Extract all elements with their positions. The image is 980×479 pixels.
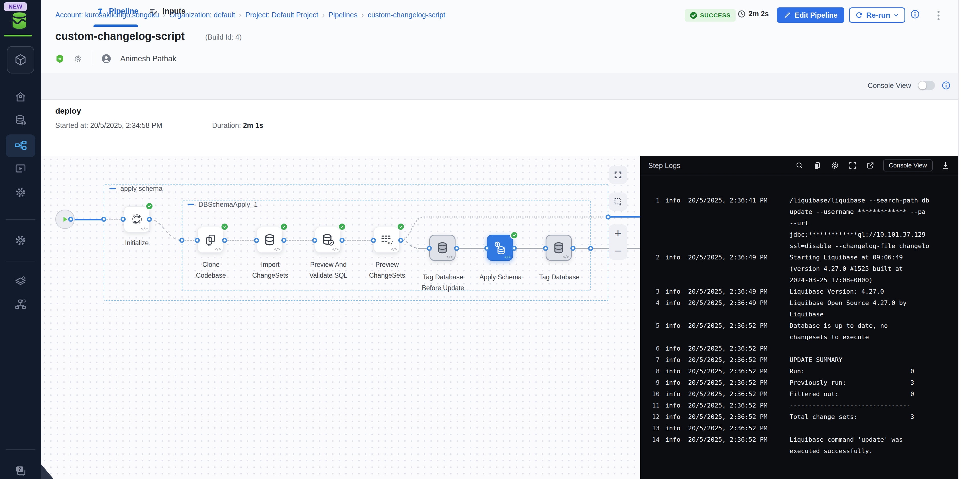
log-line-number: 8 bbox=[649, 366, 660, 377]
gear-icon[interactable] bbox=[73, 54, 83, 63]
breadcrumb-project[interactable]: Project: Default Project bbox=[245, 11, 318, 19]
zoom-out-button[interactable]: − bbox=[609, 242, 627, 260]
log-row: 10 info 20/5/2025, 2:36:52 PM Filtered o… bbox=[640, 389, 958, 400]
sidebar-divider bbox=[6, 261, 35, 262]
code-icon: </> bbox=[446, 255, 453, 259]
chevron-right-icon: › bbox=[239, 11, 242, 19]
page-right-margin bbox=[958, 0, 980, 479]
database-check-icon bbox=[321, 233, 335, 247]
tab-inputs[interactable]: Inputs bbox=[150, 7, 186, 16]
expand-icon[interactable] bbox=[848, 160, 858, 170]
stage-started: Started at: 20/5/2025, 2:34:58 PM bbox=[55, 121, 162, 130]
step-logs-panel: Step Logs Console View 1 info 20/5/2025,… bbox=[640, 156, 958, 479]
node-import-changesets[interactable]: </> bbox=[256, 227, 283, 253]
log-line-number: 11 bbox=[649, 400, 660, 411]
database-filled-icon bbox=[552, 241, 565, 254]
node-tag-database[interactable]: </> bbox=[546, 235, 572, 261]
sidebar: NEW bbox=[0, 0, 41, 479]
edit-pipeline-button[interactable]: Edit Pipeline bbox=[777, 7, 844, 23]
node-clone-codebase[interactable]: </> bbox=[197, 227, 223, 253]
build-id: (Build Id: 4) bbox=[205, 33, 242, 41]
sidebar-item-settings[interactable] bbox=[14, 233, 27, 247]
node-preview-and-validate-sql[interactable]: </> bbox=[315, 227, 341, 253]
success-check-badge bbox=[280, 222, 288, 231]
sidebar-divider bbox=[6, 219, 35, 220]
canvas-select-button[interactable] bbox=[609, 192, 627, 211]
database-logo[interactable] bbox=[9, 10, 30, 31]
edge-bypass bbox=[424, 216, 608, 217]
log-line-number: 7 bbox=[649, 354, 660, 366]
tab-pipeline[interactable]: Pipeline bbox=[96, 7, 138, 16]
sidebar-item-executions[interactable] bbox=[14, 162, 27, 175]
sidebar-item-database[interactable] bbox=[14, 113, 27, 127]
check-circle-icon bbox=[690, 12, 697, 19]
console-view-button[interactable]: Console View bbox=[883, 160, 933, 171]
log-timestamp: 20/5/2025, 2:36:49 PM bbox=[688, 286, 774, 297]
port bbox=[543, 246, 548, 251]
sidebar-item-home[interactable] bbox=[14, 90, 27, 104]
log-level: info bbox=[665, 297, 681, 320]
log-line-number: 4 bbox=[649, 297, 660, 320]
log-row: 6 info 20/5/2025, 2:36:52 PM bbox=[640, 343, 958, 354]
sidebar-item-flow-settings[interactable] bbox=[14, 297, 27, 311]
stage-duration: Duration: 2m 1s bbox=[212, 121, 263, 130]
port bbox=[512, 246, 517, 251]
log-row: 11 info 20/5/2025, 2:36:52 PM ----------… bbox=[640, 400, 958, 411]
stage-summary: deploy Started at: 20/5/2025, 2:34:58 PM… bbox=[41, 100, 958, 156]
node-apply-schema[interactable]: </> bbox=[487, 235, 513, 261]
log-timestamp: 20/5/2025, 2:36:52 PM bbox=[688, 366, 774, 377]
download-icon[interactable] bbox=[941, 160, 950, 170]
fullscreen-icon bbox=[614, 171, 622, 179]
log-line-number: 14 bbox=[649, 434, 660, 457]
rerun-button[interactable]: Re-run bbox=[849, 7, 905, 23]
log-row: 1 info 20/5/2025, 2:36:41 PM /liquibase/… bbox=[640, 195, 958, 252]
log-timestamp: 20/5/2025, 2:36:52 PM bbox=[688, 320, 774, 343]
node-initialize[interactable]: </> bbox=[124, 206, 150, 232]
edge bbox=[224, 240, 256, 241]
sidebar-item-layers-settings[interactable] bbox=[14, 274, 27, 288]
log-line-number: 1 bbox=[649, 195, 660, 252]
log-message: Liquibase Open Source 4.27.0 byLiquibase bbox=[789, 297, 937, 320]
stage-name: deploy bbox=[55, 106, 81, 116]
svg-text:∞: ∞ bbox=[59, 56, 61, 61]
clock-icon bbox=[738, 10, 746, 18]
breadcrumb-current[interactable]: custom-changelog-script bbox=[368, 11, 445, 19]
log-output[interactable]: 1 info 20/5/2025, 2:36:41 PM /liquibase/… bbox=[640, 175, 958, 479]
node-tag-database-before-update[interactable]: </> bbox=[429, 235, 455, 261]
sidebar-item-pipelines[interactable] bbox=[14, 139, 27, 153]
code-icon: </> bbox=[332, 247, 339, 251]
step-logs-header: Step Logs Console View bbox=[640, 156, 958, 175]
info-icon[interactable] bbox=[942, 81, 950, 90]
step-logs-title: Step Logs bbox=[648, 162, 681, 170]
canvas-fullscreen-button[interactable] bbox=[609, 166, 627, 184]
module-cube-button[interactable] bbox=[7, 46, 34, 73]
database-upload-icon bbox=[493, 240, 508, 255]
help-chat-icon[interactable]: ? bbox=[14, 464, 27, 478]
log-line-number: 5 bbox=[649, 320, 660, 343]
node-preview-changesets[interactable]: </> </> bbox=[374, 227, 399, 253]
more-options-menu[interactable] bbox=[933, 9, 944, 22]
gear-icon[interactable] bbox=[830, 160, 840, 170]
info-icon[interactable] bbox=[910, 10, 920, 19]
node-label: Tag Database bbox=[539, 272, 579, 282]
console-view-toggle[interactable] bbox=[918, 81, 935, 90]
pipeline-canvas[interactable]: apply schema DBSchemaApply_1 bbox=[41, 156, 640, 479]
zoom-in-button[interactable]: + bbox=[609, 224, 627, 242]
copy-icon[interactable] bbox=[812, 160, 822, 170]
edge bbox=[342, 240, 374, 241]
code-icon: </> bbox=[391, 247, 397, 251]
panel-collapse-arrow[interactable] bbox=[41, 464, 54, 479]
new-badge: NEW bbox=[4, 2, 27, 11]
tab-bar bbox=[41, 73, 958, 100]
breadcrumb-pipelines[interactable]: Pipelines bbox=[328, 11, 357, 19]
port bbox=[398, 238, 403, 243]
open-in-new-icon[interactable] bbox=[865, 160, 875, 170]
console-view-label: Console View bbox=[868, 81, 911, 90]
chevron-right-icon: › bbox=[361, 11, 364, 19]
success-check-badge bbox=[145, 202, 154, 211]
sidebar-item-stage-settings[interactable] bbox=[14, 186, 27, 199]
port bbox=[484, 246, 490, 251]
log-row: 9 info 20/5/2025, 2:36:52 PM Previously … bbox=[640, 377, 958, 389]
node-label: Preview AndValidate SQL bbox=[309, 259, 347, 281]
search-icon[interactable] bbox=[795, 160, 804, 170]
